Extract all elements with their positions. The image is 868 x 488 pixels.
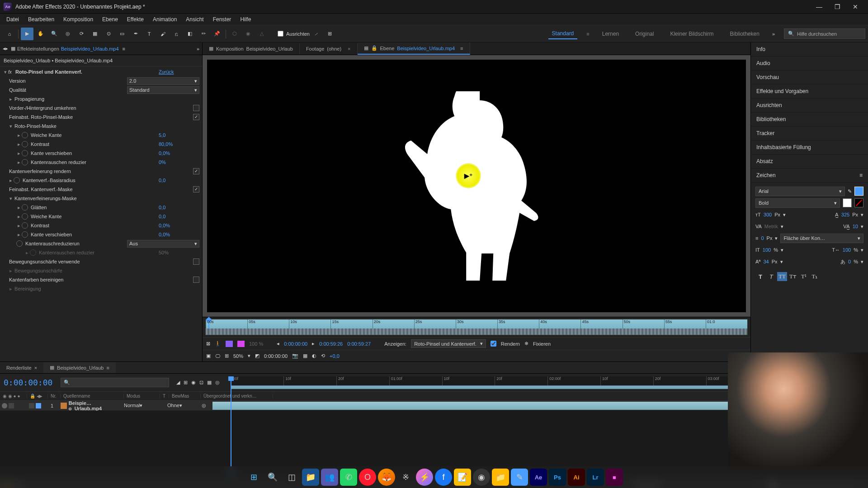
use-mblur-checkbox[interactable] — [193, 258, 199, 265]
menu-ansicht[interactable]: Ansicht — [181, 14, 208, 24]
menu-fenster[interactable]: Fenster — [208, 14, 236, 24]
motion-blur-icon[interactable]: ◉ — [191, 380, 196, 385]
taskbar-ai[interactable]: Ai — [568, 469, 585, 486]
display-dropdown[interactable]: Roto-Pinsel und Kantenverf.▾ — [411, 339, 486, 348]
out-point-icon[interactable]: ▸ — [312, 341, 315, 347]
leading-value[interactable]: 325 — [841, 212, 849, 217]
taskbar-ae[interactable]: Ae — [530, 469, 547, 486]
grid-icon[interactable]: ▦ — [303, 353, 307, 359]
panel-content-fill[interactable]: Inhaltsbasierte Füllung — [751, 141, 868, 155]
menu-effekte[interactable]: Effekte — [123, 14, 148, 24]
alpha-icon[interactable]: ◐ — [312, 353, 316, 359]
clone-tool[interactable]: ⎌ — [170, 28, 183, 40]
taskbar-notepad[interactable]: ✎ — [511, 469, 528, 486]
stopwatch-icon[interactable] — [22, 150, 28, 156]
workspace-original[interactable]: Original — [632, 29, 657, 39]
effect-caret[interactable]: ▾ — [3, 69, 8, 75]
taskbar-windows[interactable]: ⊞ — [245, 469, 262, 486]
vscale-value[interactable]: 100 — [763, 247, 771, 253]
audio-toggle[interactable] — [9, 403, 14, 408]
chatter-value[interactable]: 0% — [159, 160, 199, 165]
text-tool[interactable]: T — [143, 28, 156, 40]
menu-datei[interactable]: Datei — [2, 14, 24, 24]
col-t[interactable]: T — [160, 394, 169, 399]
taskbar-notes[interactable]: 📝 — [454, 469, 471, 486]
no-fill-swatch[interactable] — [854, 198, 863, 207]
exposure-value[interactable]: +0,0 — [330, 353, 340, 359]
faux-bold-button[interactable]: T — [755, 272, 765, 281]
maximize-button[interactable]: ❐ — [828, 0, 846, 14]
taskbar-lr[interactable]: Lr — [587, 469, 604, 486]
base-radius-value[interactable]: 0,0 — [159, 178, 199, 183]
workspace-standard[interactable]: Standard — [548, 28, 578, 39]
stroke-color-swatch[interactable] — [843, 198, 852, 207]
in-timecode[interactable]: 0:00:00:00 — [284, 341, 307, 347]
panel-absatz[interactable]: Absatz — [751, 155, 868, 169]
stopwatch-icon[interactable] — [22, 231, 28, 238]
panel-effekte[interactable]: Effekte und Vorgaben — [751, 84, 868, 99]
soft-edge-value[interactable]: 5,0 — [159, 132, 199, 138]
visibility-toggle[interactable] — [2, 403, 7, 408]
fine-roto-checkbox[interactable] — [193, 114, 199, 120]
font-size-value[interactable]: 300 — [764, 212, 772, 217]
panel-bibliotheken[interactable]: Bibliotheken — [751, 113, 868, 127]
home-tool[interactable]: ⌂ — [3, 28, 16, 40]
shape-tool[interactable]: ▭ — [116, 28, 128, 40]
workspace-bibliotheken[interactable]: Bibliotheken — [726, 29, 763, 39]
ec-tab-file[interactable]: Beispielvideo_Urlaub.mp4 — [61, 46, 119, 52]
tab-renderliste[interactable]: Renderliste× — [0, 363, 43, 373]
layer-name[interactable]: Beispie…o_Urlaub.mp4 — [69, 400, 124, 411]
frame-blend-icon[interactable]: ⊞ — [184, 380, 188, 385]
in-point-icon[interactable]: ◂ — [277, 341, 279, 347]
lock-toggle[interactable] — [36, 403, 41, 408]
stopwatch-icon[interactable] — [14, 177, 20, 183]
render-refine-checkbox[interactable] — [193, 168, 199, 174]
viewer[interactable]: ▶⁺ — [203, 55, 750, 317]
fill-color-swatch[interactable] — [854, 187, 863, 196]
hscale-value[interactable]: 100 — [843, 247, 851, 253]
solo-toggle[interactable] — [29, 403, 34, 408]
mag-icon[interactable]: 🖵 — [215, 353, 220, 359]
font-family-dropdown[interactable]: Arial▾ — [755, 187, 845, 196]
tab-layer[interactable]: ▦ 🔒 Ebene Beispielvideo_Urlaub.mp4 ≡ — [358, 42, 470, 55]
out-timecode[interactable]: 0:00:59:26 — [319, 341, 343, 347]
fgbg-checkbox[interactable] — [193, 105, 199, 111]
stopwatch-icon[interactable] — [22, 204, 28, 211]
snap-edges-icon[interactable]: ⊞ — [324, 28, 336, 40]
eyedropper-icon[interactable]: ✎ — [848, 188, 852, 194]
roto-mask-caret[interactable]: ▾ — [8, 123, 14, 129]
quality-dropdown[interactable]: Standard▾ — [127, 86, 199, 94]
rotate-tool[interactable]: ⟳ — [75, 28, 88, 40]
faux-italic-button[interactable]: T — [766, 272, 776, 281]
mask-icon[interactable]: ▣ — [206, 353, 211, 359]
snap-checkbox[interactable] — [278, 31, 283, 37]
panel-menu-icon[interactable]: ≡ — [106, 365, 109, 371]
col-parent[interactable]: Übergeordnet und verkn… — [201, 394, 273, 399]
all-caps-button[interactable]: TT — [777, 272, 787, 281]
selection-tool[interactable]: ▶ — [21, 28, 33, 40]
workspace-kleiner[interactable]: Kleiner Bildschirm — [666, 29, 717, 39]
ec-tab-label[interactable]: Effekteinstellungen — [17, 46, 59, 52]
shift-edge-value[interactable]: 0,0% — [159, 150, 199, 156]
trkmat-dropdown[interactable]: Ohne▾ — [167, 403, 197, 408]
taskbar-facebook[interactable]: f — [435, 469, 452, 486]
minimize-button[interactable]: — — [810, 0, 828, 14]
taskbar-whatsapp[interactable]: ✆ — [340, 469, 357, 486]
shy-icon[interactable]: ◢ — [176, 380, 180, 385]
snap-options-icon[interactable]: ⟋ — [310, 28, 323, 40]
panel-vorschau[interactable]: Vorschau — [751, 70, 868, 84]
panel-audio[interactable]: Audio — [751, 56, 868, 70]
taskbar-explorer[interactable]: 📁 — [302, 469, 319, 486]
taskbar-xd[interactable]: ■ — [606, 469, 623, 486]
viewer-timecode[interactable]: 0:00:00:00 — [264, 353, 288, 359]
stopwatch-icon[interactable] — [22, 141, 28, 147]
res-icon[interactable]: ◩ — [255, 353, 259, 359]
taskbar-firefox[interactable]: 🦊 — [378, 469, 395, 486]
fine-refine-checkbox[interactable] — [193, 186, 199, 192]
superscript-button[interactable]: T¹ — [799, 272, 809, 281]
fx-icon[interactable]: fx — [8, 70, 14, 75]
decon-checkbox[interactable] — [193, 277, 199, 283]
taskbar-ps[interactable]: Ps — [549, 469, 566, 486]
pen-tool[interactable]: ✒ — [129, 28, 142, 40]
comp-icon[interactable]: ◎ — [215, 380, 220, 385]
